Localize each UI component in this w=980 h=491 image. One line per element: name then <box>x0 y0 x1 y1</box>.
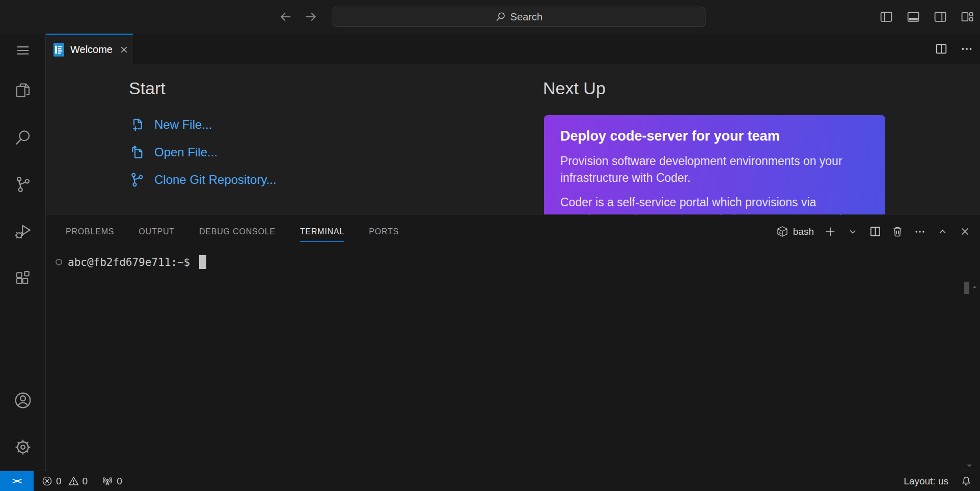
new-file-link[interactable]: New File... <box>129 117 277 133</box>
panel-tab-debug-console[interactable]: DEBUG CONSOLE <box>199 215 276 248</box>
problems-status[interactable]: 0 0 <box>42 476 88 487</box>
warning-icon <box>68 476 79 486</box>
nav-forward-button[interactable] <box>303 9 319 25</box>
panel-tab-ports[interactable]: PORTS <box>369 215 399 248</box>
remote-icon: >< <box>12 476 21 486</box>
new-file-icon <box>129 117 145 133</box>
status-bar: >< 0 0 0 Layout: us <box>0 471 980 491</box>
toggle-secondary-sidebar-icon[interactable] <box>934 10 947 23</box>
panel-tab-terminal[interactable]: TERMINAL <box>300 215 344 248</box>
kill-terminal-icon[interactable] <box>891 226 904 238</box>
editor-welcome-page: Start New File... Open File... Clone Git… <box>46 64 980 214</box>
overview-ruler-decoration <box>972 286 977 288</box>
customize-layout-icon[interactable] <box>961 10 974 23</box>
terminal-toolbar: $, bash <box>776 215 971 248</box>
editor-actions <box>935 34 973 64</box>
terminal-prompt: abc@fb2fd679e711:~$ <box>68 256 190 268</box>
warning-count: 0 <box>83 476 88 487</box>
bash-terminal-icon: $, <box>776 226 788 238</box>
sidebar-item-extensions[interactable] <box>0 255 46 302</box>
deploy-code-server-card[interactable]: Deploy code-server for your team Provisi… <box>544 115 885 214</box>
welcome-tab-icon <box>53 43 64 57</box>
sidebar-item-explorer[interactable] <box>0 67 46 114</box>
split-terminal-icon[interactable] <box>869 226 881 238</box>
open-file-link[interactable]: Open File... <box>129 144 277 160</box>
error-count: 0 <box>56 476 62 487</box>
close-panel-icon[interactable] <box>959 226 971 238</box>
card-paragraph-2-visible: Coder is a self-service portal which pro… <box>560 196 816 209</box>
panel-header: PROBLEMS OUTPUT DEBUG CONSOLE TERMINAL P… <box>46 215 980 248</box>
toggle-primary-sidebar-icon[interactable] <box>880 10 893 23</box>
command-decoration-icon <box>56 259 62 265</box>
gear-icon <box>13 438 33 457</box>
sidebar-item-source-control[interactable] <box>0 161 46 208</box>
clone-git-repo-link[interactable]: Clone Git Repository... <box>129 172 277 188</box>
title-bar: Search <box>0 0 980 34</box>
shell-selector[interactable]: $, bash <box>776 226 814 238</box>
hamburger-menu-icon <box>15 43 31 58</box>
sidebar-item-run-debug[interactable] <box>0 208 46 255</box>
tab-label: Welcome <box>70 44 113 56</box>
search-icon <box>496 12 506 22</box>
git-branch-icon <box>14 175 32 194</box>
card-title: Deploy code-server for your team <box>560 128 869 144</box>
split-editor-icon[interactable] <box>935 43 947 55</box>
clone-git-repo-label: Clone Git Repository... <box>154 173 277 187</box>
panel-more-actions-icon[interactable] <box>914 226 926 238</box>
ports-count: 0 <box>117 476 122 487</box>
arrow-left-icon <box>279 10 293 24</box>
svg-text:$,: $, <box>779 231 783 235</box>
editor-tab-bar: Welcome <box>46 34 980 64</box>
menu-button[interactable] <box>0 34 46 67</box>
radio-tower-icon <box>102 476 113 487</box>
next-up-section: Next Up <box>543 78 606 98</box>
bottom-panel: PROBLEMS OUTPUT DEBUG CONSOLE TERMINAL P… <box>46 214 980 471</box>
open-file-icon <box>129 144 145 160</box>
more-actions-icon[interactable] <box>961 43 973 55</box>
open-file-label: Open File... <box>154 145 217 159</box>
card-paragraph-1: Provision software development environme… <box>560 153 869 186</box>
sidebar-item-search[interactable] <box>0 114 46 161</box>
search-placeholder: Search <box>510 11 542 23</box>
search-magnifier-icon <box>14 128 32 147</box>
nav-back-button[interactable] <box>278 9 294 25</box>
panel-tab-output[interactable]: OUTPUT <box>139 215 175 248</box>
status-bar-right: Layout: us <box>904 476 980 487</box>
files-icon <box>14 81 32 100</box>
git-clone-icon <box>129 172 145 188</box>
ports-status[interactable]: 0 <box>102 476 122 487</box>
shell-label: bash <box>793 226 814 237</box>
terminal-scrollbar-thumb[interactable] <box>964 282 969 294</box>
search-input[interactable]: Search <box>333 7 705 27</box>
settings-button[interactable] <box>0 424 46 471</box>
keyboard-layout-status[interactable]: Layout: us <box>904 476 948 487</box>
start-list: New File... Open File... Clone Git Repos… <box>129 117 277 188</box>
panel-tab-problems[interactable]: PROBLEMS <box>66 215 114 248</box>
extensions-icon <box>14 269 32 287</box>
panel-scroll-decoration <box>967 465 972 467</box>
start-heading: Start <box>129 78 277 98</box>
account-icon <box>13 391 33 410</box>
new-file-label: New File... <box>154 118 212 132</box>
toggle-panel-icon[interactable] <box>907 10 920 23</box>
remote-indicator[interactable]: >< <box>0 471 34 491</box>
error-icon <box>42 476 52 486</box>
layout-controls <box>880 0 974 34</box>
terminal-cursor <box>199 255 206 269</box>
start-section: Start New File... Open File... Clone Git… <box>129 78 277 188</box>
panel-tabs: PROBLEMS OUTPUT DEBUG CONSOLE TERMINAL P… <box>66 215 399 248</box>
account-button[interactable] <box>0 377 46 424</box>
tab-close-icon[interactable] <box>120 44 128 56</box>
maximize-panel-icon[interactable] <box>936 226 948 238</box>
run-and-debug-icon <box>14 222 32 240</box>
tab-welcome[interactable]: Welcome <box>46 34 133 64</box>
terminal-content[interactable]: abc@fb2fd679e711:~$ <box>46 248 980 471</box>
card-paragraph-2: Coder is a self-service portal which pro… <box>560 194 869 214</box>
new-terminal-icon[interactable] <box>824 226 836 238</box>
notifications-bell-icon[interactable] <box>961 476 972 487</box>
terminal-dropdown-icon[interactable] <box>847 226 859 238</box>
arrow-right-icon <box>304 10 318 24</box>
terminal-prompt-row: abc@fb2fd679e711:~$ <box>56 255 980 269</box>
next-up-heading: Next Up <box>543 78 606 98</box>
activity-bar <box>0 34 46 471</box>
